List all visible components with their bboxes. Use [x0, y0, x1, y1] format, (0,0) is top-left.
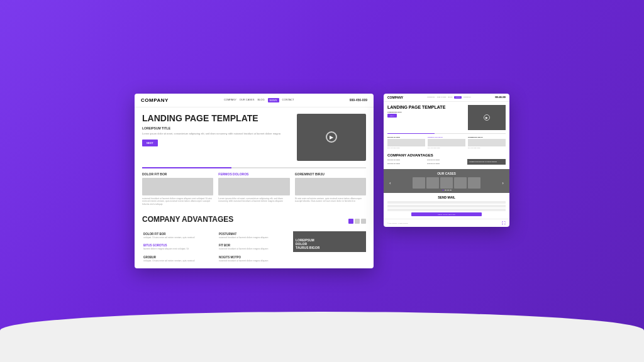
- cards-row: DOLOR FIT BOR euismod tincidunt ut laore…: [135, 172, 374, 206]
- card-2-text: Lorem ipsum dolor sit amet, consectetuer…: [218, 197, 289, 203]
- adv-featured: LOREIPSUMDOLORTAURUS BIGOR: [293, 231, 366, 252]
- adv-item-3-text: laoreet dolore magna aliquam erat volutp…: [143, 248, 214, 251]
- card-3-image: [295, 178, 366, 195]
- small-cases-title: OUR CASES: [387, 172, 506, 175]
- case-card-3[interactable]: [440, 177, 453, 189]
- wave-decoration: [0, 312, 644, 362]
- hero-subtitle: LOREIPSUM TITLE: [142, 126, 292, 130]
- small-nav-phone: 999-456-009: [495, 96, 506, 99]
- sm-nav-ourcases[interactable]: OUR CASES: [437, 96, 447, 99]
- hero-left: LANDING PAGE TEMPLATE LOREIPSUM TITLE Lo…: [142, 114, 292, 161]
- card-2: FERMOS DOLOROS Lorem ipsum dolor sit ame…: [218, 172, 289, 206]
- adv-item-1: DOLOR FIT BOR volutpat. Ut wisi enim ad …: [142, 231, 215, 241]
- advantages-header: COMPANY ADVANTAGES: [142, 215, 366, 228]
- card-1-text: euismod tincidunt ut laoreet dolore magn…: [142, 197, 213, 206]
- dot-3[interactable]: [361, 219, 366, 224]
- card-1-title: DOLOR FIT BOR: [142, 172, 213, 176]
- next-button[interactable]: NEXT: [142, 140, 158, 146]
- advantages-title: COMPANY ADVANTAGES: [142, 215, 233, 224]
- adv-item-6: NOGITS MOTPO euismod tincidunt ut laoree…: [218, 255, 291, 264]
- case-card-5[interactable]: [468, 177, 480, 189]
- progress-bar: [142, 167, 366, 168]
- footer-text: © 2020 Company. All rights reserved.: [387, 222, 408, 224]
- dot-2[interactable]: [355, 219, 360, 224]
- adv-item-4-title: FIT BOR: [219, 244, 289, 247]
- bookmark-icon: ⛶: [502, 221, 506, 225]
- small-card-2: FERMOS DOLOROS dolor text lorem ipsum: [428, 136, 465, 149]
- card-1-image: [142, 178, 213, 195]
- advantages-section: COMPANY ADVANTAGES DOLOR FIT BOR volutpa…: [135, 210, 374, 269]
- mockup-small: COMPANY COMPANY OUR CASES BLOG NEWS CONT…: [384, 94, 509, 228]
- cases-dot-3[interactable]: [447, 190, 449, 190]
- small-hero-subtitle: LOREIPSUM TITLE: [387, 111, 465, 113]
- sm-nav-contact[interactable]: CONTACT: [464, 96, 471, 99]
- nav-link-blog[interactable]: BLOG: [257, 98, 264, 102]
- adv-featured-title: LOREIPSUMDOLORTAURUS BIGOR: [296, 238, 364, 250]
- small-card-3-text: dolor text lorem ipsum: [468, 147, 506, 149]
- adv-item-6-title: NOGITS MOTPO: [219, 256, 289, 259]
- small-play-button[interactable]: ▶: [484, 114, 490, 121]
- nav-link-company[interactable]: COMPANY: [224, 98, 236, 102]
- small-card-1-image: [387, 139, 425, 146]
- hero-video[interactable]: ▶: [297, 114, 366, 161]
- sm-adv-featured: LOREIPSUM DOLOR TAURUS BIGOR: [467, 159, 506, 165]
- adv-item-2-text: euismod tincidunt ut laoreet dolore magn…: [219, 236, 289, 239]
- large-nav-links: COMPANY OUR CASES BLOG NEWS CONTACT: [174, 98, 345, 102]
- adv-item-2: POSTURMAT euismod tincidunt ut laoreet d…: [218, 231, 291, 241]
- mail-field-2[interactable]: [387, 205, 506, 207]
- nav-link-contact[interactable]: CONTACT: [282, 98, 294, 102]
- small-progress-bar: [387, 133, 506, 134]
- sm-nav-blog[interactable]: BLOG: [448, 96, 453, 99]
- nav-link-ourcases[interactable]: OUR CASES: [240, 98, 255, 102]
- hero-title: LANDING PAGE TEMPLATE: [142, 114, 292, 123]
- send-mail-button[interactable]: SEND YOUR MESSAGE: [411, 212, 482, 216]
- adv-item-2-title: POSTURMAT: [219, 233, 289, 236]
- cases-prev-button[interactable]: ‹: [389, 180, 391, 186]
- mail-field-3[interactable]: [387, 209, 506, 211]
- adv-item-1-title: DOLOR FIT BOR: [143, 233, 214, 236]
- card-2-image: [218, 178, 289, 195]
- progress-fill: [142, 167, 231, 168]
- small-video[interactable]: ▶: [468, 105, 506, 130]
- sm-nav-news[interactable]: NEWS: [454, 96, 462, 99]
- sm-adv-2: DOLOR FIT BOR: [427, 159, 465, 162]
- large-hero: LANDING PAGE TEMPLATE LOREIPSUM TITLE Lo…: [135, 107, 374, 167]
- case-card-4[interactable]: [454, 177, 467, 189]
- dot-1[interactable]: [348, 219, 353, 224]
- small-card-2-text: dolor text lorem ipsum: [428, 147, 465, 149]
- cases-next-button[interactable]: ›: [502, 180, 504, 186]
- advantages-grid: DOLOR FIT BOR volutpat. Ut wisi enim ad …: [142, 231, 366, 264]
- small-card-2-title: FERMOS DOLOROS: [428, 136, 465, 138]
- cases-dot-2[interactable]: [445, 190, 447, 190]
- large-nav-logo: COMPANY: [141, 97, 169, 103]
- case-card-2[interactable]: [426, 177, 439, 189]
- advantages-nav-dots: [348, 219, 366, 224]
- case-card-1[interactable]: [413, 177, 425, 189]
- small-cases-section: OUR CASES ‹ ›: [384, 169, 509, 193]
- play-button[interactable]: ▶: [326, 131, 337, 143]
- cases-carousel: ‹ ›: [387, 177, 506, 189]
- sm-adv-3: DOLOR FIT BOR: [387, 163, 426, 165]
- small-card-1-title: DOLOR FIT BOR: [387, 136, 425, 138]
- small-nav: COMPANY COMPANY OUR CASES BLOG NEWS CONT…: [384, 94, 509, 102]
- card-3: GOREMINOT BIRJU Ut wisi enim ad minim ve…: [295, 172, 366, 206]
- small-card-1: DOLOR FIT BOR dolor text lorem ipsum: [387, 136, 425, 149]
- small-hero-left: LANDING PAGE TEMPLATE LOREIPSUM TITLE NE…: [387, 105, 465, 130]
- cases-dot-1[interactable]: [442, 190, 444, 190]
- small-footer: © 2020 Company. All rights reserved. ⛶: [384, 219, 509, 227]
- small-progress-fill: [387, 133, 435, 134]
- small-send-mail-section: SEND MAIL SEND YOUR MESSAGE: [384, 193, 509, 219]
- mail-field-1[interactable]: [387, 201, 506, 204]
- hero-text: Lorem ipsum dolor sit amet, consectetuer…: [142, 132, 292, 136]
- card-2-title: FERMOS DOLOROS: [218, 172, 289, 176]
- adv-item-5-text: volutpat. Ut wisi enim ad minim veniam, …: [143, 260, 214, 263]
- small-next-button[interactable]: NEXT: [387, 114, 397, 118]
- cases-dots: [387, 190, 506, 190]
- small-advantages: COMPANY ADVANTAGES DOLOR FIT BOR DOLOR F…: [384, 151, 509, 169]
- nav-link-news[interactable]: NEWS: [268, 98, 279, 102]
- adv-item-4: FIT BOR euismod tincidunt ut laoreet dol…: [218, 243, 291, 252]
- cases-dot-4[interactable]: [450, 190, 452, 190]
- small-card-3-image: [468, 139, 506, 146]
- sm-nav-company[interactable]: COMPANY: [427, 96, 435, 99]
- small-nav-logo: COMPANY: [387, 96, 403, 99]
